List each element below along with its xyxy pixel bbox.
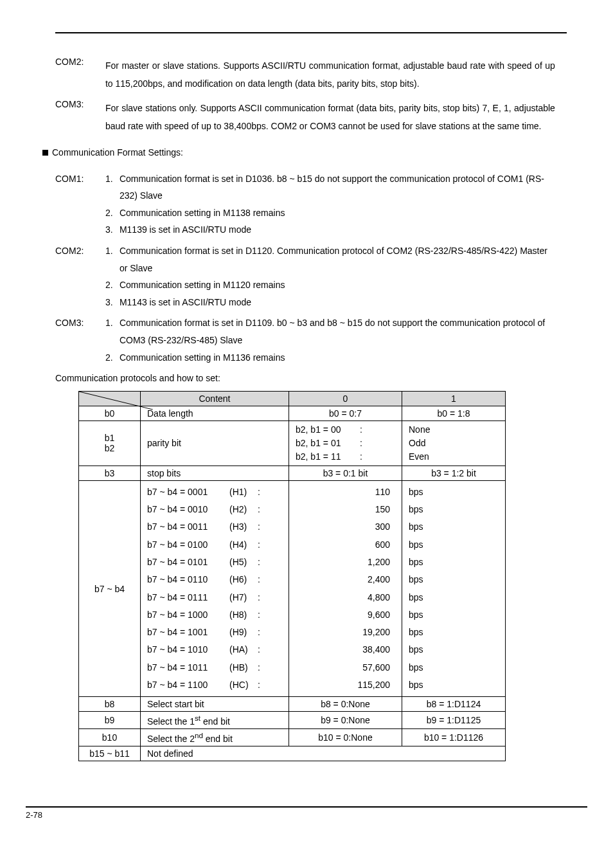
baud-one: bps bps bps bps bps bps bps bps bps bps … [402, 480, 506, 697]
section-heading-text: Communication Format Settings: [52, 147, 183, 158]
baud-c-4: : [258, 554, 264, 571]
b15b11-label: Not defined [141, 746, 506, 761]
baud-content: b7 ~ b4 = 0001(H1): b7 ~ b4 = 0010(H2): … [141, 480, 289, 697]
settings-com1: COM1: 1.Communication format is set in D… [55, 170, 567, 239]
diagonal-line-icon [79, 392, 153, 410]
baud-a-2: b7 ~ b4 = 0011 [147, 518, 229, 536]
b10-zero: b10 = 0:None [289, 728, 402, 746]
baud-b-4: (H5) [229, 554, 258, 571]
com3-body: 1.Communication format is set in D1109. … [105, 314, 555, 366]
section-heading: Communication Format Settings: [42, 144, 567, 161]
b10-pre: Select the 2 [147, 734, 195, 744]
baud-u-3: bps [409, 536, 499, 554]
baud-c-2: : [258, 518, 264, 536]
baud-c-1: : [258, 501, 264, 518]
diagonal-header [79, 391, 141, 406]
baud-c-9: : [258, 641, 264, 658]
b9-pre: Select the 1 [147, 716, 195, 727]
b0-zero: b0 = 0:7 [289, 406, 402, 420]
b1b2-zero: b2, b1 = 00: b2, b1 = 01: b2, b1 = 11: [289, 420, 402, 466]
baud-c-10: : [258, 659, 264, 676]
parity-z-0: b2, b1 = 00 [296, 423, 360, 437]
baud-c-3: : [258, 536, 264, 554]
b10-sup: nd [195, 731, 203, 739]
row-b15b11: b15 ~ b11 [79, 746, 141, 761]
baud-b-8: (H9) [229, 624, 258, 641]
baud-u-4: bps [409, 554, 499, 571]
b9-zero: b9 = 0:None [289, 712, 402, 729]
b1b2-label: parity bit [141, 420, 289, 466]
row-b8: b8 [79, 697, 141, 712]
baud-u-0: bps [409, 484, 499, 501]
baud-a-9: b7 ~ b4 = 1010 [147, 641, 229, 658]
b0-label: Data length [141, 406, 289, 420]
baud-a-11: b7 ~ b4 = 1100 [147, 676, 229, 694]
num-1b: 1. [105, 242, 120, 260]
com1-item-2: Communication setting in M1138 remains [120, 204, 550, 222]
com2-label: COM2: [55, 242, 103, 260]
b10-post: end bit [203, 734, 233, 744]
table-caption: Communication protocols and how to set: [55, 370, 567, 387]
baud-z-6: 4,800 [296, 589, 390, 606]
page-number: 2-78 [26, 810, 42, 820]
row-b1b2: b1b2 [79, 420, 141, 466]
baud-b-1: (H2) [229, 501, 258, 518]
intro-com3-label: COM3: [55, 99, 103, 109]
b0-one: b0 = 1:8 [402, 406, 506, 420]
com3-item-1: Communication format is set in D1109. b0… [120, 314, 550, 348]
intro-com2-text: For master or slave stations. Supports A… [105, 57, 555, 93]
parity-c-2: : [360, 450, 366, 464]
b3-label: stop bits [141, 466, 289, 480]
baud-u-9: bps [409, 641, 499, 658]
intro-com3: COM3: For slave stations only. Supports … [55, 99, 567, 135]
num-2: 2. [105, 204, 120, 222]
num-2b: 2. [105, 276, 120, 294]
baud-a-8: b7 ~ b4 = 1001 [147, 624, 229, 641]
baud-a-5: b7 ~ b4 = 0110 [147, 571, 229, 588]
num-3: 3. [105, 221, 120, 239]
baud-z-0: 110 [296, 484, 390, 501]
baud-z-5: 2,400 [296, 571, 390, 588]
row-b9: b9 [79, 712, 141, 729]
baud-c-6: : [258, 589, 264, 606]
num-1: 1. [105, 170, 120, 188]
b9-sup: st [195, 714, 200, 722]
baud-b-3: (H4) [229, 536, 258, 554]
baud-z-3: 600 [296, 536, 390, 554]
parity-o-0: None [409, 423, 499, 437]
baud-u-8: bps [409, 624, 499, 641]
baud-c-7: : [258, 606, 264, 624]
b1b2-one: None Odd Even [402, 420, 506, 466]
baud-z-2: 300 [296, 518, 390, 536]
settings-com2: COM2: 1.Communication format is set in D… [55, 242, 567, 311]
com2-body: 1.Communication format is set in D1120. … [105, 242, 555, 311]
baud-z-1: 150 [296, 501, 390, 518]
b8-zero: b8 = 0:None [289, 697, 402, 712]
parity-o-2: Even [409, 450, 499, 464]
baud-u-5: bps [409, 571, 499, 588]
b9-label: Select the 1st end bit [141, 712, 289, 729]
baud-a-3: b7 ~ b4 = 0100 [147, 536, 229, 554]
baud-b-0: (H1) [229, 484, 258, 501]
baud-a-0: b7 ~ b4 = 0001 [147, 484, 229, 501]
baud-a-1: b7 ~ b4 = 0010 [147, 501, 229, 518]
parity-o-1: Odd [409, 437, 499, 450]
baud-zero: 110 150 300 600 1,200 2,400 4,800 9,600 … [289, 480, 402, 697]
b9-post: end bit [200, 716, 230, 727]
parity-c-0: : [360, 423, 366, 437]
com2-item-1: Communication format is set in D1120. Co… [120, 242, 550, 276]
com1-label: COM1: [55, 170, 103, 188]
b3-zero: b3 = 0:1 bit [289, 466, 402, 480]
row-baud: b7 ~ b4 [79, 480, 141, 697]
b10-one: b10 = 1:D1126 [402, 728, 506, 746]
com1-body: 1.Communication format is set in D1036. … [105, 170, 555, 239]
baud-z-10: 57,600 [296, 659, 390, 676]
baud-b-9: (HA) [229, 641, 258, 658]
baud-u-1: bps [409, 501, 499, 518]
svg-line-0 [79, 392, 153, 410]
baud-z-4: 1,200 [296, 554, 390, 571]
num-1c: 1. [105, 314, 120, 332]
bullet-square-icon [42, 150, 48, 156]
baud-z-7: 9,600 [296, 606, 390, 624]
hdr-one: 1 [402, 391, 506, 406]
